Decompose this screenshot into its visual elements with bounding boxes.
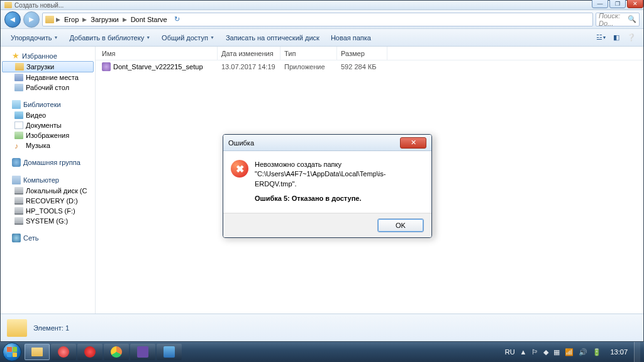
- chrome-icon: [111, 346, 122, 358]
- share-menu[interactable]: Общий доступ▼: [157, 31, 219, 44]
- ok-button[interactable]: OK: [377, 218, 424, 232]
- search-input[interactable]: Поиск: Do... 🔍: [596, 13, 640, 26]
- windows-orb-icon: [3, 342, 21, 361]
- sidebar-item-pictures[interactable]: Изображения: [1, 130, 95, 140]
- help-button[interactable]: ❔: [625, 31, 638, 44]
- error-icon: ✖: [231, 160, 248, 178]
- close-button[interactable]: ✕: [627, 0, 643, 8]
- item-count: Элемент: 1: [33, 324, 69, 332]
- app-icon: [137, 346, 148, 358]
- homegroup-header[interactable]: Домашняя группа: [1, 157, 95, 168]
- sidebar-item-drive-c[interactable]: Локальный диск (C: [1, 186, 95, 196]
- sidebar-item-drive-f[interactable]: HP_TOOLS (F:): [1, 206, 95, 216]
- power-icon[interactable]: 🔋: [592, 348, 601, 356]
- start-button[interactable]: [0, 342, 24, 362]
- maximize-button[interactable]: ❐: [609, 0, 626, 8]
- burn-button[interactable]: Записать на оптический диск: [221, 31, 325, 44]
- network-icon[interactable]: 📶: [565, 348, 574, 356]
- task-explorer[interactable]: [25, 344, 50, 360]
- clock[interactable]: 13:07: [606, 348, 631, 356]
- show-desktop-button[interactable]: [634, 342, 640, 362]
- column-type[interactable]: Тип: [280, 47, 337, 60]
- task-chrome[interactable]: [104, 344, 129, 360]
- column-name[interactable]: Имя: [98, 47, 218, 60]
- dialog-title: Ошибка: [228, 139, 254, 147]
- library-icon: [12, 100, 21, 109]
- navigation-pane: ★Избранное Загрузки Недавние места Рабоч…: [1, 47, 95, 314]
- column-headers: Имя Дата изменения Тип Размер: [96, 47, 643, 60]
- navbar: ◄ ► ▶ Егор ▶ Загрузки ▶ Dont Starve ↻ По…: [1, 10, 643, 29]
- sidebar-item-downloads[interactable]: Загрузки: [2, 61, 94, 72]
- sidebar-item-music[interactable]: ♪Музыка: [1, 140, 95, 150]
- file-row[interactable]: Dont_Starve_v222215_setup 13.07.2017 14:…: [96, 60, 643, 73]
- drive-icon: [14, 187, 23, 195]
- computer-icon: [12, 176, 21, 184]
- sidebar-item-desktop[interactable]: Рабочий стол: [1, 82, 95, 93]
- file-type: Приложение: [280, 63, 337, 71]
- tray-icon[interactable]: ◆: [543, 348, 548, 356]
- folder-icon: [4, 2, 12, 8]
- language-indicator[interactable]: RU: [505, 348, 515, 356]
- task-app3[interactable]: [157, 344, 182, 360]
- computer-header[interactable]: Компьютер: [1, 174, 95, 186]
- back-button[interactable]: ◄: [4, 11, 21, 28]
- folder-icon: [15, 63, 24, 71]
- breadcrumb-item[interactable]: Егор: [62, 14, 80, 25]
- sidebar-item-drive-g[interactable]: SYSTEM (G:): [1, 216, 95, 226]
- new-folder-button[interactable]: Новая папка: [326, 31, 376, 44]
- file-date: 13.07.2017 14:19: [218, 63, 280, 71]
- sidebar-item-recent[interactable]: Недавние места: [1, 72, 95, 82]
- breadcrumb-item[interactable]: Загрузки: [89, 14, 120, 25]
- homegroup-icon: [12, 158, 21, 167]
- dialog-message: Невозможно создать папку "C:\Users\A4F7~…: [255, 160, 424, 204]
- desktop: Создать новый... — ❐ ✕ ◄ ► ▶ Егор ▶ Загр…: [0, 0, 644, 362]
- app-icon: [58, 346, 69, 358]
- task-app[interactable]: [51, 344, 76, 360]
- column-size[interactable]: Размер: [337, 47, 387, 60]
- window-controls: — ❐ ✕: [592, 0, 643, 8]
- error-dialog: Ошибка ✕ ✖ Невозможно создать папку "C:\…: [223, 134, 432, 238]
- folder-icon: [7, 319, 27, 337]
- task-app2[interactable]: [130, 344, 155, 360]
- desktop-icon: [14, 84, 23, 91]
- chevron-right-icon[interactable]: ▶: [122, 16, 128, 23]
- folder-icon: [31, 348, 43, 356]
- sidebar-item-drive-d[interactable]: RECOVERY (D:): [1, 196, 95, 206]
- window-title: Создать новый...: [14, 2, 64, 9]
- minimize-button[interactable]: —: [592, 0, 608, 8]
- tray-up-icon[interactable]: ▲: [520, 348, 527, 356]
- network-header[interactable]: Сеть: [1, 232, 95, 244]
- organize-menu[interactable]: Упорядочить▼: [6, 31, 63, 44]
- dialog-titlebar[interactable]: Ошибка ✕: [223, 135, 431, 151]
- include-library-menu[interactable]: Добавить в библиотеку▼: [64, 31, 155, 44]
- system-tray: RU ▲ 🏳 ◆ ▦ 📶 🔊 🔋 13:07: [502, 348, 634, 356]
- libraries-header[interactable]: Библиотеки: [1, 99, 95, 110]
- search-icon: 🔍: [628, 15, 636, 23]
- view-options-button[interactable]: ☳ ▼: [594, 31, 608, 44]
- forward-button[interactable]: ►: [23, 11, 40, 28]
- chevron-right-icon[interactable]: ▶: [82, 16, 87, 23]
- volume-icon[interactable]: 🔊: [579, 348, 587, 356]
- exe-icon: [102, 62, 111, 71]
- refresh-button[interactable]: ↻: [170, 15, 184, 23]
- chevron-right-icon[interactable]: ▶: [55, 16, 61, 23]
- task-opera[interactable]: [77, 344, 103, 360]
- recent-icon: [14, 74, 23, 81]
- video-icon: [14, 111, 23, 119]
- column-date[interactable]: Дата изменения: [218, 47, 280, 60]
- file-size: 592 284 КБ: [337, 63, 387, 71]
- sidebar-item-documents[interactable]: Документы: [1, 120, 95, 130]
- favorites-header[interactable]: ★Избранное: [1, 50, 95, 61]
- address-bar[interactable]: ▶ Егор ▶ Загрузки ▶ Dont Starve ↻: [42, 13, 593, 26]
- preview-pane-button[interactable]: ◧: [609, 31, 623, 44]
- tray-icon[interactable]: ▦: [553, 348, 560, 356]
- app-icon: [164, 346, 175, 358]
- toolbar: Упорядочить▼ Добавить в библиотеку▼ Общи…: [1, 29, 643, 47]
- picture-icon: [14, 132, 23, 139]
- titlebar[interactable]: Создать новый... — ❐ ✕: [1, 1, 643, 10]
- dialog-close-button[interactable]: ✕: [400, 137, 426, 149]
- sidebar-item-videos[interactable]: Видео: [1, 110, 95, 120]
- drive-icon: [14, 217, 23, 225]
- action-center-icon[interactable]: 🏳: [531, 348, 538, 356]
- breadcrumb-item[interactable]: Dont Starve: [129, 14, 169, 25]
